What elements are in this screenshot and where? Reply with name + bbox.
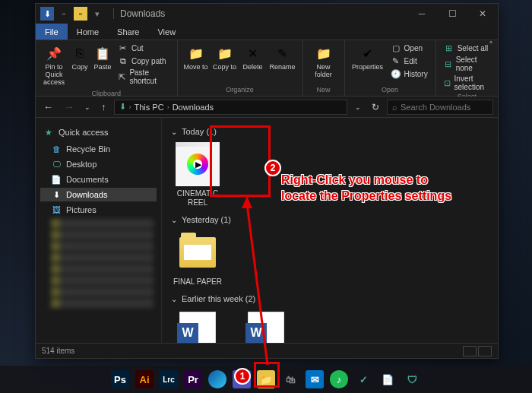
taskbar: Ps Ai Lrc Pr T 📁 🛍 ✉ ♪ ✓ 📄 🛡 bbox=[0, 366, 532, 393]
taskbar-premiere-icon[interactable]: Pr bbox=[184, 370, 202, 388]
file-word-1[interactable] bbox=[171, 309, 224, 343]
cut-icon: ✂ bbox=[118, 43, 128, 53]
copy-button[interactable]: ⎘Copy bbox=[69, 42, 90, 74]
sidebar-item-recycle-bin[interactable]: 🗑Recycle Bin bbox=[40, 142, 157, 156]
open-icon: ▢ bbox=[391, 43, 401, 53]
file-final-paper[interactable]: FINAL PAPER bbox=[171, 230, 224, 287]
taskbar-spotify-icon[interactable]: ♪ bbox=[330, 370, 348, 388]
taskbar-explorer-icon[interactable]: 📁 bbox=[257, 370, 275, 388]
view-details-button[interactable] bbox=[463, 346, 477, 357]
sidebar-item-downloads[interactable]: ⬇Downloads bbox=[40, 188, 157, 201]
taskbar-doc-icon[interactable]: 📄 bbox=[378, 370, 397, 388]
tab-file[interactable]: File bbox=[36, 24, 68, 40]
qat-btn2[interactable]: ▫ bbox=[74, 7, 87, 21]
delete-button[interactable]: ✕Delete bbox=[240, 42, 266, 74]
taskbar-lightroom-icon[interactable]: Lrc bbox=[160, 370, 178, 388]
sidebar-item-documents[interactable]: 📄Documents bbox=[40, 173, 157, 186]
ribbon-group-open: ✔Properties ▢Open ✎Edit 🕘History Open bbox=[345, 40, 436, 96]
navigation-pane: ★Quick access 🗑Recycle Bin 🖵Desktop 📄Doc… bbox=[36, 118, 162, 343]
minimize-button[interactable]: ─ bbox=[407, 4, 437, 24]
section-earlier[interactable]: Earlier this week (2) bbox=[171, 294, 489, 303]
status-bar: 514 items bbox=[36, 343, 498, 358]
rename-icon: ✎ bbox=[274, 44, 292, 62]
collapse-ribbon-button[interactable]: ˄ bbox=[489, 40, 493, 51]
taskbar-store-icon[interactable]: 🛍 bbox=[281, 370, 299, 388]
move-icon: 📁 bbox=[187, 44, 205, 62]
copyto-icon: 📁 bbox=[216, 44, 234, 62]
taskbar-illustrator-icon[interactable]: Ai bbox=[135, 370, 154, 388]
sidebar-quick-access[interactable]: ★Quick access bbox=[40, 125, 157, 139]
view-toggles bbox=[463, 346, 492, 357]
breadcrumb-downloads[interactable]: Downloads bbox=[173, 103, 214, 112]
paste-icon: 📋 bbox=[93, 44, 112, 62]
breadcrumb-this-pc[interactable]: This PC bbox=[135, 103, 164, 112]
recent-dropdown[interactable]: ⌄ bbox=[81, 103, 93, 111]
properties-button[interactable]: ✔Properties bbox=[350, 42, 386, 74]
search-input[interactable]: ⌕ Search Downloads bbox=[387, 100, 493, 115]
breadcrumb[interactable]: ⬇ › This PC › Downloads bbox=[114, 100, 348, 115]
taskbar-teams-icon[interactable]: T bbox=[233, 370, 251, 388]
tab-view[interactable]: View bbox=[148, 24, 185, 40]
up-button[interactable]: ↑ bbox=[98, 101, 109, 113]
paste-shortcut-button[interactable]: ⇱Paste shortcut bbox=[115, 68, 173, 86]
window-title: Downloads bbox=[113, 8, 407, 19]
documents-icon: 📄 bbox=[51, 174, 62, 185]
word-doc-icon bbox=[176, 309, 220, 343]
section-today[interactable]: Today (1) bbox=[171, 127, 489, 136]
open-button[interactable]: ▢Open bbox=[388, 42, 431, 54]
taskbar-check-icon[interactable]: ✓ bbox=[354, 370, 372, 388]
cut-button[interactable]: ✂Cut bbox=[115, 42, 173, 54]
shortcut-icon: ⇱ bbox=[118, 71, 126, 82]
downloads-icon: ⬇ bbox=[119, 102, 126, 112]
section-yesterday[interactable]: Yesterday (1) bbox=[171, 215, 489, 224]
invert-selection-button[interactable]: ⊡Invert selection bbox=[441, 74, 493, 92]
titlebar: ⬇ ▫ ▫ ▾ Downloads ─ ☐ ✕ bbox=[36, 4, 498, 24]
copy-to-button[interactable]: 📁Copy to bbox=[211, 42, 239, 74]
tab-share[interactable]: Share bbox=[108, 24, 148, 40]
select-none-icon: ⊟ bbox=[444, 59, 453, 69]
history-button[interactable]: 🕘History bbox=[388, 68, 431, 80]
recycle-bin-icon: 🗑 bbox=[51, 144, 62, 154]
taskbar-edge-icon[interactable] bbox=[208, 370, 226, 388]
quick-access-toolbar: ⬇ ▫ ▫ ▾ bbox=[36, 7, 109, 21]
qat-dropdown[interactable]: ▾ bbox=[90, 7, 104, 21]
file-word-2[interactable] bbox=[239, 309, 293, 343]
qat-btn1[interactable]: ▫ bbox=[57, 7, 71, 21]
addr-dropdown[interactable]: ⌄ bbox=[352, 103, 364, 111]
folder-icon[interactable]: ⬇ bbox=[40, 7, 54, 21]
ribbon-group-new: 📁New folder New bbox=[303, 40, 345, 96]
sidebar-item-desktop[interactable]: 🖵Desktop bbox=[40, 157, 157, 171]
sidebar-item-pictures[interactable]: 🖼Pictures bbox=[40, 203, 157, 217]
desktop-icon: 🖵 bbox=[51, 159, 62, 170]
taskbar-security-icon[interactable]: 🛡 bbox=[403, 370, 421, 388]
tab-home[interactable]: Home bbox=[68, 24, 108, 40]
file-cinematic-reel[interactable]: CINEMATIC REEL bbox=[171, 142, 224, 208]
select-none-button[interactable]: ⊟Select none bbox=[441, 55, 493, 73]
maximize-button[interactable]: ☐ bbox=[437, 4, 467, 24]
address-bar: ← → ⌄ ↑ ⬇ › This PC › Downloads ⌄ ↻ ⌕ Se… bbox=[36, 97, 498, 118]
invert-icon: ⊡ bbox=[444, 78, 451, 88]
back-button[interactable]: ← bbox=[40, 101, 56, 113]
rename-button[interactable]: ✎Rename bbox=[268, 42, 298, 74]
forward-button[interactable]: → bbox=[61, 101, 77, 113]
view-thumbnails-button[interactable] bbox=[478, 346, 492, 357]
window-controls: ─ ☐ ✕ bbox=[407, 4, 498, 24]
paste-button[interactable]: 📋Paste bbox=[92, 42, 113, 74]
close-button[interactable]: ✕ bbox=[467, 4, 498, 24]
pin-quick-access-button[interactable]: 📌Pin to Quick access bbox=[40, 42, 68, 89]
taskbar-photoshop-icon[interactable]: Ps bbox=[111, 370, 129, 388]
delete-icon: ✕ bbox=[244, 44, 262, 62]
pictures-icon: 🖼 bbox=[51, 204, 62, 215]
pin-icon: 📌 bbox=[45, 44, 63, 62]
downloads-icon: ⬇ bbox=[51, 189, 62, 200]
select-all-button[interactable]: ⊞Select all bbox=[441, 42, 493, 54]
move-to-button[interactable]: 📁Move to bbox=[182, 42, 210, 74]
taskbar-outlook-icon[interactable]: ✉ bbox=[306, 370, 324, 388]
copy-path-button[interactable]: ⧉Copy path bbox=[115, 55, 173, 67]
search-icon: ⌕ bbox=[392, 103, 397, 112]
edit-button[interactable]: ✎Edit bbox=[388, 55, 431, 67]
refresh-button[interactable]: ↻ bbox=[369, 102, 382, 113]
ribbon: 📌Pin to Quick access ⎘Copy 📋Paste ✂Cut ⧉… bbox=[36, 40, 498, 97]
new-folder-button[interactable]: 📁New folder bbox=[308, 42, 340, 81]
file-list[interactable]: Today (1) CINEMATIC REEL Yesterday (1) F… bbox=[162, 118, 498, 343]
